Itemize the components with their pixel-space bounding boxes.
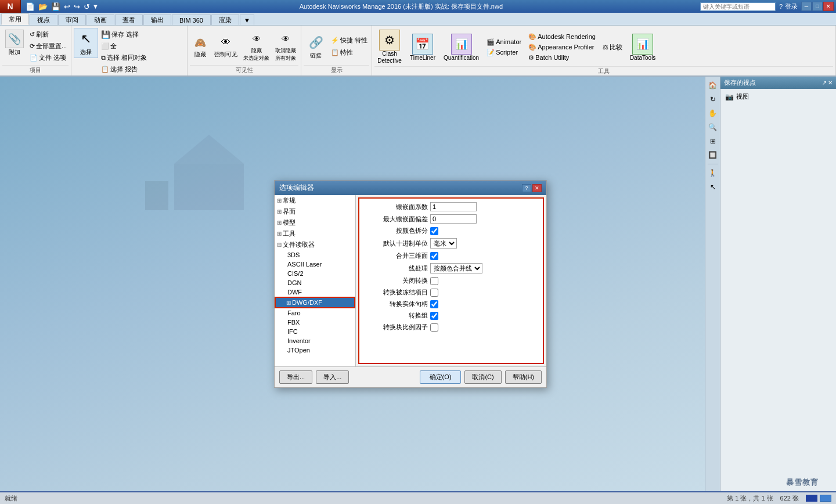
max-deviation-input[interactable] [430, 214, 477, 224]
hide-btn[interactable]: 🙈 隐藏 [190, 33, 211, 60]
dtree-item-faro[interactable]: Faro [275, 308, 355, 318]
timeliner-btn[interactable]: 📅 TimeLiner [407, 32, 438, 63]
import-btn[interactable]: 导入... [316, 370, 349, 384]
convert-frozen-label: 转换被冻结项目 [364, 288, 428, 297]
save-select-btn[interactable]: 💾保存 选择 [99, 29, 149, 40]
merge-3d-checkbox[interactable] [430, 252, 438, 260]
tab-output[interactable]: 输出 [143, 15, 171, 25]
select-btn[interactable]: ↖ 选择 [74, 28, 98, 58]
tab-view[interactable]: 查看 [115, 15, 143, 25]
dtree-item-dwf[interactable]: DWF [275, 287, 355, 297]
convert-frozen-checkbox[interactable] [430, 289, 438, 297]
dtree-item-3ds[interactable]: 3DS [275, 250, 355, 260]
line-processing-label: 线处理 [364, 264, 428, 273]
split-by-color-checkbox[interactable] [430, 227, 438, 235]
convert-handles-label: 转换实体句柄 [364, 300, 428, 308]
help-footer-btn[interactable]: 帮助(H) [505, 370, 542, 384]
dtree-item-general[interactable]: ⊞ 常规 [275, 195, 355, 206]
props-btn[interactable]: 📋特性 [329, 47, 369, 58]
tab-review[interactable]: 审阅 [58, 15, 86, 25]
attach-btn[interactable]: 📎 附加 [2, 28, 27, 58]
panel-float-btn[interactable]: ↗ [822, 80, 827, 86]
tab-render[interactable]: 渲染 [211, 15, 239, 25]
tab-viewpoint[interactable]: 视点 [30, 15, 57, 25]
dtree-item-dgn[interactable]: DGN [275, 278, 355, 287]
force-visible-btn[interactable]: 👁 强制可见 [212, 33, 240, 60]
redo-btn[interactable]: ↪ [73, 2, 81, 11]
dtree-item-ifc[interactable]: IFC [275, 327, 355, 336]
dtree-item-interface[interactable]: ⊞ 界面 [275, 206, 355, 217]
dialog-title-bar[interactable]: 选项编辑器 ? ✕ [275, 181, 546, 195]
login-link[interactable]: 登录 [785, 2, 798, 11]
line-processing-select[interactable]: 按颜色合并线 保留所有线 忽略线 [430, 263, 482, 273]
autodesk-rendering-btn[interactable]: 🎨Autodesk Rendering [526, 32, 598, 42]
prop-row-convert-block-scale: 转换块比例因子 [364, 323, 538, 332]
convert-handles-checkbox[interactable] [430, 300, 438, 308]
decimal-unit-select[interactable]: 毫米 厘米 米 英寸 英尺 [430, 238, 457, 249]
new-btn[interactable]: 📄 [24, 2, 36, 11]
dialog-close-btn[interactable]: ✕ [532, 184, 542, 192]
page-info: 第 1 张，共 1 张 [727, 494, 773, 503]
close-btn[interactable]: ✕ [823, 2, 834, 11]
animator-btn[interactable]: 🎬Animator [484, 37, 524, 47]
dtree-item-dwg-dxf[interactable]: ⊞ DWG/DXF [275, 297, 355, 308]
dtree-item-cis2[interactable]: CIS/2 [275, 269, 355, 278]
tab-bim360[interactable]: BIM 360 [172, 15, 211, 25]
dialog-help-btn[interactable]: ? [522, 184, 531, 192]
unhide-all-btn[interactable]: 👁 取消隐藏所有对象 [273, 29, 298, 64]
batch-utility-btn[interactable]: ⚙Batch Utility [526, 53, 598, 63]
maximize-btn[interactable]: □ [812, 2, 823, 11]
dialog-props-panel: 镶嵌面系数 最大镶嵌面偏差 按颜色拆分 默认十 [358, 197, 544, 364]
open-btn[interactable]: 📂 [37, 2, 49, 11]
tab-common[interactable]: 常用 [1, 13, 29, 25]
dtree-item-fbx[interactable]: FBX [275, 318, 355, 327]
help-btn[interactable]: ? [779, 3, 783, 10]
app-logo[interactable]: N [0, 0, 21, 13]
dtree-item-inventor[interactable]: Inventor [275, 336, 355, 345]
zoom-level: 622 张 [780, 494, 799, 503]
datatools-btn[interactable]: 📊 DataTools [627, 32, 658, 63]
search-input[interactable] [703, 3, 767, 10]
appearance-profiler-btn[interactable]: 🎨Appearance Profiler [526, 42, 598, 52]
hide-unselected-btn[interactable]: 👁 隐藏未选定对象 [241, 29, 272, 64]
reset-all-btn[interactable]: ⟳全部重置... [28, 41, 69, 52]
tools-group-label: 工具 [374, 66, 833, 75]
convert-block-scale-label: 转换块比例因子 [364, 323, 428, 332]
compare-btn[interactable]: ⚖比较 [600, 42, 625, 53]
ok-btn[interactable]: 确定(O) [420, 370, 462, 384]
customize-btn[interactable]: ▼ [92, 3, 99, 10]
tab-more[interactable]: ▼ [240, 15, 254, 25]
file-options-btn[interactable]: 📄文件 选项 [28, 52, 69, 63]
convert-block-scale-checkbox[interactable] [430, 323, 438, 332]
dtree-item-tools[interactable]: ⊞ 工具 [275, 228, 355, 239]
tesselation-input[interactable] [430, 202, 477, 211]
close-convert-checkbox[interactable] [430, 277, 438, 285]
select-report-btn[interactable]: 📋选择 报告 [99, 64, 149, 75]
tab-animation[interactable]: 动画 [87, 15, 114, 25]
export-btn[interactable]: 导出... [279, 370, 312, 384]
select-all-btn[interactable]: ⬜全 [99, 41, 149, 52]
minimize-btn[interactable]: ─ [801, 2, 812, 11]
undo-btn[interactable]: ↩ [63, 2, 71, 11]
panel-close-btn[interactable]: ✕ [828, 80, 833, 86]
select-same-btn[interactable]: ⧉选择 相同对象 [99, 52, 149, 63]
clash-detective-btn[interactable]: ⚙ ClashDetective [374, 28, 405, 66]
quantification-btn[interactable]: 📊 Quantification [441, 32, 482, 63]
quick-props-btn[interactable]: ⚡快捷 特性 [329, 35, 369, 46]
refresh-btn[interactable]: ↺ [82, 2, 91, 11]
save-btn[interactable]: 💾 [50, 2, 62, 11]
cancel-btn[interactable]: 取消(C) [464, 370, 501, 384]
dtree-item-ascii-laser[interactable]: ASCII Laser [275, 260, 355, 269]
tesselation-label: 镶嵌面系数 [364, 203, 428, 211]
convert-groups-checkbox[interactable] [430, 312, 438, 320]
status-indicators [806, 495, 831, 502]
dtree-item-model[interactable]: ⊞ 模型 [275, 217, 355, 228]
link-btn[interactable]: 🔗 链接 [304, 31, 328, 62]
prop-row-convert-frozen: 转换被冻结项目 [364, 288, 538, 297]
refresh-ribbon-btn[interactable]: ↺刷新 [28, 29, 69, 40]
dtree-item-filereaders[interactable]: ⊟ 文件读取器 [275, 239, 355, 250]
dtree-item-jtopen[interactable]: JTOpen [275, 345, 355, 355]
convert-groups-label: 转换组 [364, 311, 428, 320]
max-deviation-label: 最大镶嵌面偏差 [364, 215, 428, 224]
scripter-btn[interactable]: 📝Scripter [484, 48, 524, 57]
